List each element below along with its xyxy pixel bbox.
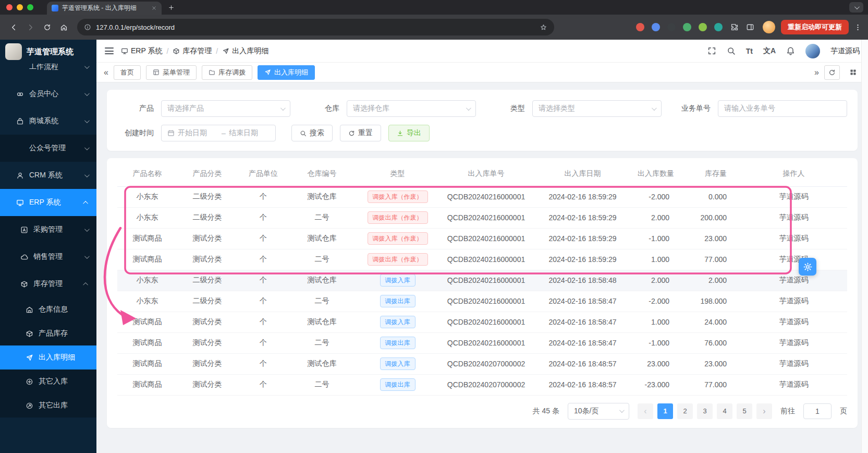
breadcrumb-item-1[interactable]: ERP 系统 — [121, 46, 162, 56]
sidebar-item-5[interactable]: CRM 系统 — [0, 162, 96, 189]
inventory-icon — [20, 280, 28, 288]
reset-button[interactable]: 重置 — [340, 125, 381, 141]
sidebar-item-7[interactable]: 采购管理 — [0, 216, 96, 243]
tabs-scroll-right-icon[interactable]: » — [814, 68, 819, 77]
browser-chrome: 芋道管理系统 - 出入库明细 127.0.0.1/erp/stock/recor… — [0, 0, 868, 40]
goto-page-input[interactable] — [803, 403, 832, 419]
browser-tab[interactable]: 芋道管理系统 - 出入库明细 — [47, 2, 162, 15]
export-button[interactable]: 导出 — [388, 125, 430, 141]
username[interactable]: 芋道源码 — [830, 46, 860, 56]
page-button-5[interactable]: 5 — [737, 403, 752, 419]
cell-warehouse: 二号 — [289, 249, 354, 270]
cell-operator: 芋道源码 — [740, 353, 847, 374]
site-info-icon[interactable] — [84, 23, 91, 31]
cell-product: 测试商品 — [117, 374, 177, 395]
next-page-button[interactable]: › — [756, 403, 772, 419]
sidebar-item-11[interactable]: 产品库存 — [0, 321, 96, 345]
page-tab-2[interactable]: 菜单管理 — [146, 65, 197, 80]
address-bar[interactable]: 127.0.0.1/erp/stock/record — [77, 19, 554, 35]
sidebar-item-3[interactable]: 商城系统 — [0, 108, 96, 135]
extension-icon-4[interactable] — [683, 23, 691, 31]
page-button-1[interactable]: 1 — [657, 403, 673, 419]
sidebar-item-14[interactable]: 其它出库 — [0, 394, 96, 418]
extension-icon-6[interactable] — [714, 23, 723, 31]
app-logo[interactable]: 芋道管理系统 — [0, 40, 96, 64]
page-scrollbar[interactable] — [861, 40, 868, 453]
type-filter: 类型 请选择类型 — [488, 100, 662, 117]
prev-page-button[interactable]: ‹ — [638, 403, 653, 419]
fullscreen-icon[interactable] — [707, 46, 716, 55]
theme-settings-button[interactable] — [799, 258, 816, 276]
sidebar-item-8[interactable]: 销售管理 — [0, 243, 96, 270]
breadcrumb-item-3[interactable]: 出入库明细 — [222, 46, 268, 56]
column-header-1: 产品名称 — [117, 161, 177, 186]
tab-close-icon[interactable] — [151, 5, 157, 11]
warehouse-select[interactable]: 请选择仓库 — [347, 100, 476, 117]
cell-date: 2024-02-16 18:59:29 — [532, 186, 633, 207]
extension-icon-3[interactable] — [667, 23, 676, 31]
sidebar-collapse-icon[interactable] — [105, 47, 114, 54]
search-button[interactable]: 搜索 — [291, 125, 333, 141]
refresh-page-button[interactable] — [824, 65, 840, 80]
sidebar-item-4[interactable]: 公众号管理 — [0, 135, 96, 162]
type-badge: 调拨入库（作废） — [368, 190, 428, 203]
page-tab-1[interactable]: 首页 — [114, 65, 141, 80]
search-icon[interactable] — [727, 46, 736, 55]
cell-qty: -2.000 — [633, 291, 683, 312]
type-select[interactable]: 请选择类型 — [532, 100, 662, 117]
sidebar-item-12[interactable]: 出入库明细 — [0, 345, 96, 369]
layout-grid-button[interactable] — [845, 65, 861, 80]
window-close-button[interactable] — [6, 4, 13, 10]
page-size-select[interactable]: 10条/页 — [568, 403, 629, 420]
page-tab-label: 首页 — [120, 68, 134, 77]
new-tab-button[interactable] — [168, 4, 175, 11]
window-minimize-button[interactable] — [17, 4, 23, 10]
browser-profile-avatar[interactable] — [763, 21, 775, 33]
page-button-3[interactable]: 3 — [697, 403, 713, 419]
forward-button[interactable] — [23, 20, 38, 34]
sidebar-item-10[interactable]: 仓库信息 — [0, 297, 96, 321]
cell-warehouse: 测试仓库 — [289, 186, 354, 207]
table-row-10: 测试商品测试分类个二号调拨出库QCDB202402070000022024-02… — [117, 374, 847, 395]
page-tab-3[interactable]: 库存调拨 — [202, 65, 252, 80]
font-size-icon[interactable]: Tt — [746, 47, 753, 55]
cell-product: 测试商品 — [117, 332, 177, 353]
refresh-icon — [348, 130, 355, 137]
reload-button[interactable] — [40, 20, 54, 34]
tab-search-button[interactable] — [849, 2, 863, 13]
order-no-input[interactable]: 请输入业务单号 — [718, 100, 847, 117]
sidebar-item-6[interactable]: ERP 系统 — [0, 189, 96, 216]
translate-icon[interactable]: 文A — [763, 46, 776, 56]
page-button-4[interactable]: 4 — [717, 403, 732, 419]
browser-update-button[interactable]: 重新启动即可更新 — [781, 20, 849, 34]
extension-icon-1[interactable] — [636, 23, 644, 31]
cell-stock: 24.000 — [683, 312, 740, 332]
bookmark-star-icon[interactable] — [540, 23, 547, 31]
notification-bell-icon[interactable] — [786, 46, 795, 55]
cell-qty: 1.000 — [633, 249, 683, 270]
page-tab-4[interactable]: 出入库明细 — [258, 65, 315, 80]
sidebar-item-9[interactable]: 库存管理 — [0, 270, 96, 297]
export-button-label: 导出 — [407, 128, 421, 138]
type-badge: 调拨入库（作废） — [368, 232, 428, 245]
cell-category: 二级分类 — [177, 186, 237, 207]
product-select[interactable]: 请选择产品 — [161, 100, 290, 117]
extension-icon-5[interactable] — [699, 23, 707, 31]
sidebar-item-2[interactable]: 会员中心 — [0, 80, 96, 108]
cell-operator: 芋道源码 — [740, 249, 847, 270]
home-button[interactable] — [56, 20, 71, 34]
side-panel-icon[interactable] — [746, 23, 754, 31]
extension-icon-2[interactable] — [652, 23, 660, 31]
top-header: ERP 系统/库存管理/出入库明细 Tt 文A 芋道源码 — [96, 40, 868, 63]
window-zoom-button[interactable] — [27, 4, 33, 10]
browser-menu-icon[interactable] — [854, 23, 862, 31]
date-range-picker[interactable]: 开始日期 – 结束日期 — [161, 125, 276, 141]
column-header-8: 出入库数量 — [633, 161, 683, 186]
user-avatar[interactable] — [805, 44, 820, 58]
sidebar-item-13[interactable]: 其它入库 — [0, 369, 96, 394]
back-button[interactable] — [6, 20, 21, 34]
tabs-scroll-left-icon[interactable]: « — [104, 68, 108, 77]
extensions-puzzle-icon[interactable] — [730, 23, 739, 31]
breadcrumb-item-2[interactable]: 库存管理 — [173, 46, 212, 56]
page-button-2[interactable]: 2 — [677, 403, 693, 419]
